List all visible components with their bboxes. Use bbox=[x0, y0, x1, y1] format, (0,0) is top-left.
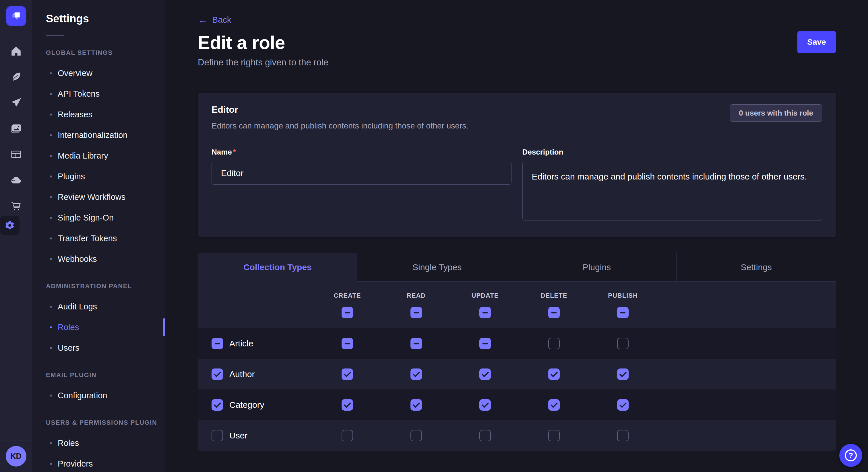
category-publish-checkbox[interactable] bbox=[617, 399, 629, 411]
sidebar-item-api-tokens[interactable]: API Tokens bbox=[32, 83, 165, 104]
sidebar-item-releases[interactable]: Releases bbox=[32, 104, 165, 125]
user-update-checkbox[interactable] bbox=[479, 430, 491, 441]
tab-collection-types[interactable]: Collection Types bbox=[198, 253, 358, 281]
author-delete-checkbox[interactable] bbox=[548, 369, 560, 380]
select-all-create-checkbox[interactable] bbox=[342, 307, 353, 318]
main-nav-rail: KD bbox=[0, 0, 32, 472]
bullet-icon bbox=[50, 113, 52, 115]
sidebar-item-up-providers[interactable]: Providers bbox=[32, 453, 165, 472]
tab-bar: Collection Types Single Types Plugins Se… bbox=[198, 253, 836, 281]
strapi-logo[interactable] bbox=[6, 6, 26, 26]
sidebar-item-single-sign-on[interactable]: Single Sign-On bbox=[32, 207, 165, 228]
rail-nav-list bbox=[0, 45, 32, 212]
section-administration-panel: ADMINISTRATION PANEL bbox=[32, 282, 165, 290]
back-link[interactable]: ← Back bbox=[198, 15, 231, 25]
author-read-checkbox[interactable] bbox=[410, 369, 422, 380]
user-publish-checkbox[interactable] bbox=[617, 430, 629, 441]
active-indicator bbox=[163, 318, 165, 336]
role-subtitle: Editors can manage and publish contents … bbox=[212, 121, 468, 131]
row-select-checkbox[interactable] bbox=[212, 399, 223, 411]
help-button[interactable]: ? bbox=[839, 444, 862, 467]
bullet-icon bbox=[50, 306, 52, 308]
main-content: ← Back Edit a role Define the rights giv… bbox=[166, 0, 868, 472]
bullet-icon bbox=[50, 72, 52, 74]
article-publish-checkbox[interactable] bbox=[617, 338, 629, 349]
sidebar-item-transfer-tokens[interactable]: Transfer Tokens bbox=[32, 228, 165, 248]
save-button[interactable]: Save bbox=[797, 31, 836, 53]
section-global-settings: GLOBAL SETTINGS bbox=[32, 49, 165, 57]
row-select-checkbox[interactable] bbox=[212, 338, 223, 349]
category-create-checkbox[interactable] bbox=[342, 399, 353, 411]
sidebar-item-users[interactable]: Users bbox=[32, 338, 165, 358]
bullet-icon bbox=[50, 463, 52, 465]
sidebar-divider bbox=[46, 35, 64, 36]
section-email-plugin: EMAIL PLUGIN bbox=[32, 371, 165, 379]
table-row-article: Article bbox=[198, 328, 836, 359]
cart-icon[interactable] bbox=[10, 200, 22, 212]
tab-single-types[interactable]: Single Types bbox=[358, 253, 517, 281]
layout-icon[interactable] bbox=[10, 148, 22, 161]
bullet-icon bbox=[50, 326, 52, 328]
user-read-checkbox[interactable] bbox=[410, 430, 422, 441]
article-create-checkbox[interactable] bbox=[342, 338, 353, 349]
home-icon[interactable] bbox=[10, 45, 22, 57]
col-header-create: CREATE bbox=[313, 292, 382, 299]
bullet-icon bbox=[50, 347, 52, 349]
category-update-checkbox[interactable] bbox=[479, 399, 491, 411]
row-select-checkbox[interactable] bbox=[212, 430, 223, 441]
user-delete-checkbox[interactable] bbox=[548, 430, 560, 441]
paper-plane-icon[interactable] bbox=[10, 96, 22, 109]
sidebar-item-media-library[interactable]: Media Library bbox=[32, 145, 165, 166]
tab-plugins[interactable]: Plugins bbox=[517, 253, 677, 281]
author-publish-checkbox[interactable] bbox=[617, 369, 629, 380]
name-label: Name* bbox=[212, 148, 512, 157]
description-label: Description bbox=[522, 148, 823, 157]
bullet-icon bbox=[50, 155, 52, 157]
sidebar-item-review-workflows[interactable]: Review Workflows bbox=[32, 187, 165, 207]
select-all-read-checkbox[interactable] bbox=[410, 307, 422, 318]
sidebar-item-configuration[interactable]: Configuration bbox=[32, 385, 165, 406]
media-library-icon[interactable] bbox=[10, 122, 22, 135]
user-create-checkbox[interactable] bbox=[342, 430, 353, 441]
author-create-checkbox[interactable] bbox=[342, 369, 353, 380]
users-with-role-button[interactable]: 0 users with this role bbox=[730, 104, 822, 122]
col-header-publish: PUBLISH bbox=[588, 292, 657, 299]
author-update-checkbox[interactable] bbox=[479, 369, 491, 380]
table-row-author: Author bbox=[198, 359, 836, 390]
sidebar-item-audit-logs[interactable]: Audit Logs bbox=[32, 296, 165, 317]
logo-area bbox=[0, 0, 32, 32]
role-title: Editor bbox=[212, 104, 468, 115]
bullet-icon bbox=[50, 237, 52, 239]
role-description-textarea[interactable] bbox=[522, 162, 823, 221]
bullet-icon bbox=[50, 442, 52, 444]
rail-user-area: KD bbox=[0, 440, 32, 472]
section-users-permissions-plugin: USERS & PERMISSIONS PLUGIN bbox=[32, 419, 165, 427]
article-read-checkbox[interactable] bbox=[410, 338, 422, 349]
avatar[interactable]: KD bbox=[6, 446, 26, 467]
settings-nav-active[interactable] bbox=[0, 216, 20, 235]
article-update-checkbox[interactable] bbox=[479, 338, 491, 349]
bullet-icon bbox=[50, 93, 52, 95]
feather-icon[interactable] bbox=[10, 71, 22, 83]
permissions-block: Collection Types Single Types Plugins Se… bbox=[198, 253, 836, 451]
category-delete-checkbox[interactable] bbox=[548, 399, 560, 411]
global-settings-list: Overview API Tokens Releases Internation… bbox=[32, 63, 165, 269]
sidebar-item-roles-active[interactable]: Roles bbox=[32, 317, 165, 338]
select-all-update-checkbox[interactable] bbox=[479, 307, 491, 318]
role-details-card: Editor Editors can manage and publish co… bbox=[198, 93, 836, 237]
permissions-rows: Article Author bbox=[198, 328, 836, 451]
bullet-icon bbox=[50, 217, 52, 219]
select-all-delete-checkbox[interactable] bbox=[548, 307, 560, 318]
sidebar-item-overview[interactable]: Overview bbox=[32, 63, 165, 83]
article-delete-checkbox[interactable] bbox=[548, 338, 560, 349]
sidebar-item-up-roles[interactable]: Roles bbox=[32, 433, 165, 453]
role-name-input[interactable] bbox=[212, 162, 512, 185]
sidebar-item-plugins[interactable]: Plugins bbox=[32, 166, 165, 187]
select-all-publish-checkbox[interactable] bbox=[617, 307, 629, 318]
sidebar-item-internationalization[interactable]: Internationalization bbox=[32, 125, 165, 145]
category-read-checkbox[interactable] bbox=[410, 399, 422, 411]
row-select-checkbox[interactable] bbox=[212, 369, 223, 380]
sidebar-item-webhooks[interactable]: Webhooks bbox=[32, 248, 165, 269]
tab-settings[interactable]: Settings bbox=[676, 253, 836, 281]
cloud-icon[interactable] bbox=[10, 174, 22, 187]
